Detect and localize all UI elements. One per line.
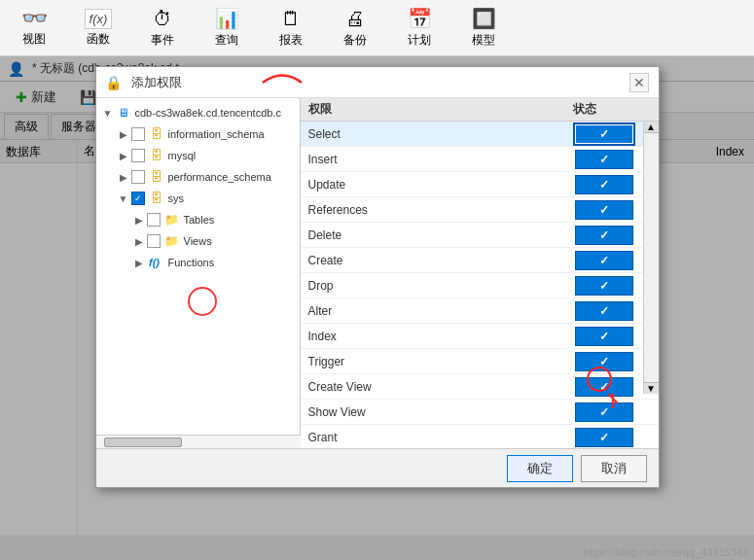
checkbox-references[interactable]: [575, 200, 633, 220]
tree-sys-checkbox[interactable]: [131, 192, 145, 205]
lock-icon: 🔒: [106, 75, 122, 90]
events-label[interactable]: 事件: [151, 32, 174, 49]
tree-horizontal-scrollbar[interactable]: [96, 435, 301, 448]
perm-row-show-view[interactable]: Show View: [301, 400, 659, 425]
perm-name-insert: Insert: [301, 153, 565, 166]
backup-label[interactable]: 备份: [343, 32, 367, 49]
perm-status-show-view[interactable]: [565, 402, 643, 422]
perm-row-drop[interactable]: Drop: [301, 273, 659, 298]
tree-info-checkbox[interactable]: [131, 127, 145, 141]
perm-status-update[interactable]: [565, 175, 643, 194]
vertical-scrollbar[interactable]: ▲ ▼: [643, 122, 659, 394]
db-icon-info: 🗄: [149, 126, 164, 142]
perm-name-alter: Alter: [301, 304, 565, 318]
perm-row-index[interactable]: Index: [301, 324, 659, 349]
dialog-title-bar: 🔒 添加权限 ✕: [96, 67, 659, 98]
perm-status-index[interactable]: [565, 327, 643, 346]
permissions-panel: 权限 状态 Select: [301, 98, 659, 448]
tree-item-performance-schema[interactable]: ▶ 🗄 performance_schema: [96, 166, 300, 188]
query-label[interactable]: 查询: [215, 32, 238, 49]
tree-tables-expand[interactable]: ▶: [131, 215, 147, 226]
checkbox-delete[interactable]: [575, 226, 633, 245]
tree-perf-checkbox[interactable]: [131, 170, 145, 184]
tree-sys-label: sys: [168, 192, 185, 204]
perm-list: Select Insert: [301, 122, 659, 448]
checkbox-trigger[interactable]: [575, 352, 633, 371]
tree-item-tables[interactable]: ▶ 📁 Tables: [96, 209, 300, 230]
perm-row-create[interactable]: Create: [301, 248, 659, 273]
tree-mysql-expand[interactable]: ▶: [116, 151, 131, 161]
perm-col-header: 权限: [301, 101, 565, 118]
perm-status-drop[interactable]: [565, 276, 643, 296]
dialog-footer: 确定 取消: [96, 448, 659, 487]
db-icon-mysql: 🗄: [149, 148, 164, 163]
dialog-close-button[interactable]: ✕: [629, 73, 649, 92]
tree-mysql-checkbox[interactable]: [131, 149, 145, 162]
perm-row-trigger[interactable]: Trigger: [301, 349, 659, 374]
perm-row-grant[interactable]: Grant: [301, 425, 659, 448]
checkbox-alter[interactable]: [575, 301, 633, 321]
checkbox-grant[interactable]: [575, 428, 633, 447]
functions-label[interactable]: 函数: [87, 31, 110, 48]
view-label[interactable]: 视图: [22, 31, 46, 48]
report-label[interactable]: 报表: [279, 32, 303, 49]
tree-sys-expand[interactable]: ▼: [116, 193, 131, 204]
tree-panel: ▼ 🖥 cdb-cs3wa8ek.cd.tencentcdb.c ▶ 🗄 inf…: [96, 98, 301, 448]
tree-info-label: information_schema: [168, 128, 265, 140]
tables-folder-icon: 📁: [164, 212, 180, 228]
perm-row-select[interactable]: Select: [301, 122, 659, 147]
confirm-button[interactable]: 确定: [507, 455, 573, 482]
perm-row-references[interactable]: References: [301, 197, 659, 223]
tree-root-label: cdb-cs3wa8ek.cd.tencentcdb.c: [135, 107, 281, 119]
add-permission-dialog: 🔒 添加权限 ✕ ▼ 🖥 cdb-cs3wa8ek.cd.tencentcdb.…: [95, 66, 660, 488]
db-icon-sys: 🗄: [149, 191, 164, 206]
tree-functions-expand[interactable]: ▶: [131, 258, 147, 268]
cancel-button[interactable]: 取消: [581, 455, 647, 482]
events-icon: ⏱: [153, 8, 172, 30]
model-label[interactable]: 模型: [472, 32, 495, 49]
perm-row-delete[interactable]: Delete: [301, 223, 659, 248]
perm-name-create-view: Create View: [301, 380, 565, 394]
schedule-label[interactable]: 计划: [408, 32, 431, 49]
perm-row-create-view[interactable]: Create View: [301, 374, 659, 400]
tree-item-information-schema[interactable]: ▶ 🗄 information_schema: [96, 123, 300, 145]
tree-views-label: Views: [184, 235, 212, 247]
checkbox-select[interactable]: [575, 124, 633, 144]
functions-icon: f(): [147, 255, 162, 270]
perm-status-create-view[interactable]: [565, 377, 643, 397]
perm-status-trigger[interactable]: [565, 352, 643, 371]
tree-info-expand[interactable]: ▶: [116, 129, 131, 140]
checkbox-drop[interactable]: [575, 276, 633, 296]
tree-item-sys[interactable]: ▼ 🗄 sys: [96, 188, 300, 209]
tree-views-checkbox[interactable]: [147, 234, 161, 248]
perm-row-insert[interactable]: Insert: [301, 147, 659, 172]
tree-scroll-thumb[interactable]: [104, 438, 182, 447]
perm-status-select[interactable]: [565, 124, 643, 144]
perm-status-delete[interactable]: [565, 226, 643, 245]
checkbox-create[interactable]: [575, 251, 633, 270]
perm-status-create[interactable]: [565, 251, 643, 270]
perm-row-alter[interactable]: Alter: [301, 298, 659, 324]
perm-status-insert[interactable]: [565, 150, 643, 169]
checkbox-create-view[interactable]: [575, 377, 633, 397]
tree-item-mysql[interactable]: ▶ 🗄 mysql: [96, 145, 300, 166]
checkbox-update[interactable]: [575, 175, 633, 194]
query-icon: 📊: [215, 7, 239, 30]
perm-status-references[interactable]: [565, 200, 643, 220]
perm-row-update[interactable]: Update: [301, 172, 659, 197]
perm-status-grant[interactable]: [565, 428, 643, 447]
tree-item-functions[interactable]: ▶ f() Functions: [96, 252, 300, 273]
tree-root-item[interactable]: ▼ 🖥 cdb-cs3wa8ek.cd.tencentcdb.c: [96, 102, 300, 123]
checkbox-insert[interactable]: [575, 150, 633, 169]
tree-perf-expand[interactable]: ▶: [116, 172, 131, 183]
tree-tables-checkbox[interactable]: [147, 213, 161, 227]
perm-status-alter[interactable]: [565, 301, 643, 321]
perm-name-update: Update: [301, 178, 565, 192]
tree-views-expand[interactable]: ▶: [131, 236, 147, 247]
checkbox-index[interactable]: [575, 327, 633, 346]
tree-item-views[interactable]: ▶ 📁 Views: [96, 230, 300, 252]
view-icon: 👓: [21, 8, 48, 29]
tree-root-expand[interactable]: ▼: [100, 108, 116, 119]
perm-name-drop: Drop: [301, 279, 565, 293]
checkbox-show-view[interactable]: [575, 402, 633, 422]
